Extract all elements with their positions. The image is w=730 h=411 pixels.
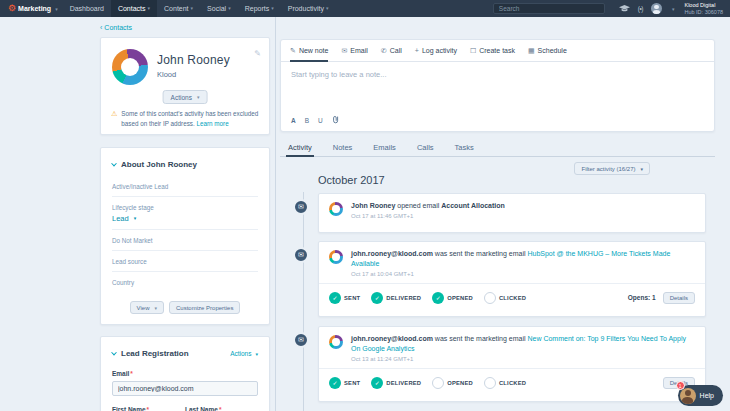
tab-email[interactable]: ✉ Email (341, 40, 367, 61)
lead-registration-header[interactable]: Lead Registration Actions ▾ (112, 337, 258, 358)
underline-button[interactable]: U (318, 117, 323, 124)
support-agent-avatar (680, 388, 696, 404)
font-style-button[interactable]: A (291, 117, 296, 124)
brand-menu[interactable]: ⚙ Marketing ▾ (8, 4, 58, 13)
filter-activity-button[interactable]: Filter activity (16/27) ▾ (574, 162, 650, 175)
brand-label: Marketing (18, 5, 51, 12)
email-field[interactable] (112, 381, 258, 396)
contact-avatar (112, 49, 148, 85)
nav-right-cluster: (•) ▾ Klood Digital Hub ID: 306078 (619, 2, 723, 15)
check-icon: ✓ (329, 377, 341, 389)
nav-item-productivity[interactable]: Productivity▾ (281, 0, 336, 17)
about-section-card: About John Rooney Active/Inactive Lead L… (100, 147, 270, 325)
status-chip-clicked: CLICKED (484, 377, 526, 389)
status-chip-sent: ✓ SENT (329, 377, 360, 389)
activity-text: John Rooney opened email Account Allocat… (351, 201, 695, 211)
note-editor-body[interactable]: Start typing to leave a note... A B U (281, 62, 714, 131)
last-name-field-label: Last Name* (185, 406, 258, 411)
status-chip-delivered: ✓ DELIVERED (371, 292, 421, 304)
tab-activity[interactable]: Activity (288, 143, 312, 152)
tab-log-activity[interactable]: + Log activity (415, 40, 457, 61)
details-button[interactable]: Details (663, 292, 695, 304)
bold-button[interactable]: B (305, 117, 309, 124)
timeline-month-heading: October 2017 (318, 174, 385, 186)
activity-excluded-warning: ⚠ Some of this contact's activity has be… (111, 109, 264, 129)
hubspot-contact-page: ⚙ Marketing ▾ Dashboard Contacts▾ Conten… (0, 0, 730, 411)
about-title: About John Rooney (121, 160, 197, 169)
academy-icon[interactable] (619, 5, 630, 13)
edit-pencil-icon[interactable]: ✎ (254, 49, 261, 58)
activity-timestamp: Oct 13 at 11:24 GMT+1 (351, 356, 695, 362)
nav-item-social[interactable]: Social▾ (200, 0, 238, 17)
view-button[interactable]: View ▾ (130, 301, 164, 314)
user-avatar[interactable] (651, 3, 662, 14)
about-section-header[interactable]: About John Rooney (112, 148, 258, 169)
hubspot-logo-icon: ⚙ (8, 4, 16, 13)
tab-emails[interactable]: Emails (373, 143, 396, 152)
top-nav: ⚙ Marketing ▾ Dashboard Contacts▾ Conten… (0, 0, 730, 17)
about-buttons-row: View ▾ Customize Properties (112, 301, 258, 314)
check-icon: ✓ (371, 377, 383, 389)
status-chip-clicked: CLICKED (484, 292, 526, 304)
tab-call[interactable]: ✆ Call (381, 40, 402, 61)
lead-registration-card: Lead Registration Actions ▾ Email* First… (100, 336, 270, 411)
status-chip-opened: ✓ OPENED (432, 292, 473, 304)
note-editor-placeholder[interactable]: Start typing to leave a note... (291, 70, 386, 79)
account-info[interactable]: Klood Digital Hub ID: 306078 (684, 2, 723, 15)
tab-schedule[interactable]: ▦ Schedule (528, 40, 567, 61)
status-chip-delivered: ✓ DELIVERED (371, 377, 421, 389)
lead-registration-title: Lead Registration (121, 349, 189, 358)
email-field-label: Email* (112, 370, 258, 377)
help-widget[interactable]: 1 Help (678, 385, 723, 406)
tab-create-task[interactable]: ☐ Create task (470, 40, 515, 61)
status-chip-sent: ✓ SENT (329, 292, 360, 304)
lifecycle-stage-dropdown[interactable]: Lead ▾ (112, 214, 258, 223)
calendar-icon: ▦ (528, 47, 535, 55)
caret-down-icon: ▾ (148, 0, 151, 17)
tab-tasks[interactable]: Tasks (455, 143, 474, 152)
property-lifecycle-stage[interactable]: Lifecycle stage Lead ▾ (112, 197, 258, 230)
required-marker: * (219, 406, 222, 411)
email-subject: Account Allocation (441, 202, 505, 209)
plus-icon: + (415, 47, 419, 54)
name-fields-row: First Name* Last Name* (112, 406, 258, 411)
property-country[interactable]: Country (112, 272, 258, 292)
caret-down-icon: ▾ (271, 0, 274, 17)
contact-name: John Rooney (157, 53, 230, 67)
tab-new-note[interactable]: ✎ New note (290, 40, 328, 61)
search-input[interactable] (493, 3, 605, 14)
nav-item-dashboard[interactable]: Dashboard (63, 0, 111, 17)
required-marker: * (147, 406, 150, 411)
empty-circle-icon (484, 377, 496, 389)
activity-card-email-open: John Rooney opened email Account Allocat… (318, 193, 706, 233)
property-do-not-market[interactable]: Do Not Market (112, 230, 258, 251)
lead-actions-link[interactable]: Actions ▾ (230, 350, 258, 357)
nav-item-reports[interactable]: Reports▾ (238, 0, 281, 17)
task-checkbox-icon: ☐ (470, 47, 476, 55)
contact-avatar (329, 250, 343, 264)
tab-notes[interactable]: Notes (333, 143, 353, 152)
contact-avatar (329, 202, 343, 216)
caret-down-icon: ▾ (155, 305, 158, 311)
activity-timestamp: Oct 17 at 11:46 GMT+1 (351, 213, 695, 219)
profile-actions-button[interactable]: Actions ▾ (163, 90, 208, 104)
activity-card-marketing-email-1: john.rooney@klood.com was sent the marke… (318, 241, 706, 317)
notifications-icon[interactable]: (•) (638, 5, 643, 12)
help-label: Help (700, 392, 714, 399)
nav-item-contacts[interactable]: Contacts▾ (111, 0, 157, 17)
email-event-icon: ✉ (293, 199, 309, 215)
activity-card-marketing-email-2: john.rooney@klood.com was sent the marke… (318, 326, 706, 402)
property-lead-source[interactable]: Lead source (112, 251, 258, 272)
breadcrumb-back-contacts[interactable]: ‹ Contacts (100, 24, 132, 31)
customize-properties-button[interactable]: Customize Properties (169, 301, 240, 314)
caret-down-icon: ▾ (197, 94, 200, 100)
tab-calls[interactable]: Calls (417, 143, 434, 152)
panel-divider (275, 17, 276, 411)
caret-down-icon: ▾ (55, 6, 58, 12)
attachment-paperclip-icon[interactable] (332, 115, 339, 125)
status-chip-opened: OPENED (432, 377, 473, 389)
property-active-inactive-lead[interactable]: Active/Inactive Lead (112, 176, 258, 197)
nav-item-content[interactable]: Content▾ (157, 0, 200, 17)
learn-more-link[interactable]: Learn more (196, 120, 228, 127)
warning-triangle-icon: ⚠ (111, 109, 117, 129)
